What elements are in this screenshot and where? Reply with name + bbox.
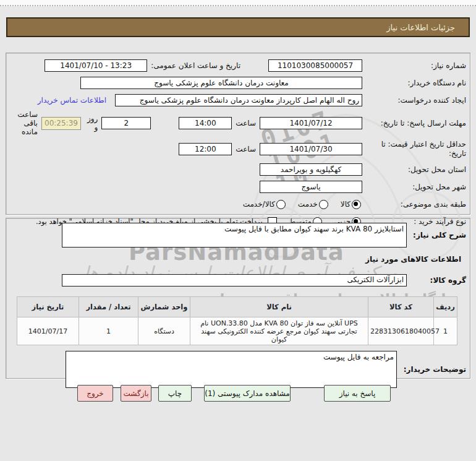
hours-remaining-label: ساعت باقی مانده [10,110,38,136]
days-remaining-field[interactable]: 2 [101,117,151,129]
province-label: استان محل تحویل: [362,165,466,174]
goods-group-row: گروه کالا: ابزارآلات الکتریکی [10,273,466,288]
service-radio[interactable] [319,200,328,209]
price-validity-time-field[interactable]: 12:00 [179,143,232,155]
col-row-index: ردیف [434,297,457,317]
goods-service-radio-label: کالا/خدمت [243,200,275,209]
price-validity-label: حداقل تاریخ اعتبار قیمت: تا تاریخ: [362,140,466,158]
countdown-timer: 00:25:39 [41,117,81,130]
service-radio-label: خدمت [298,200,318,209]
cell-need-date: 1401/07/17 [17,317,79,345]
city-field[interactable]: یاسوج [260,181,362,193]
col-need-date: تاریخ نیاز [17,297,79,317]
print-button[interactable]: چاپ [158,385,192,402]
col-item-name: نام کالا [190,297,368,317]
view-attachments-button[interactable]: مشاهده مدارک پیوستی (1) [204,385,291,402]
buyer-notes-textarea[interactable]: مراجعه به فایل پیوست [66,351,397,388]
province-row: استان محل تحویل: کهگیلویه و بویراحمد [10,162,466,177]
need-number-field[interactable]: 1101030085000057 [268,59,362,72]
action-buttons-row: پاسخ به نیاز مشاهده مدارک پیوستی (1) چاپ… [0,385,476,402]
reply-deadline-label: مهلت ارسال پاسخ: تا تاریخ: [362,119,466,128]
buyer-notes-row: توضیحات خریدار: مراجعه به فایل پیوست [10,350,466,389]
goods-group-label: گروه کالا: [407,276,466,285]
goods-group-field[interactable]: ابزارآلات الکتریکی [62,274,407,287]
province-field[interactable]: کهگیلویه و بویراحمد [260,163,362,176]
creator-field[interactable]: روح اله الهام اصل کارپرداز معاونت درمان … [115,94,362,106]
need-number-label: شماره نیاز: [362,61,466,71]
buyer-org-label: نام دستگاه خریدار: [362,79,466,88]
col-quantity: تعداد / مقدار [79,297,138,317]
page-title-bar: جزئیات اطلاعات نیاز [6,17,470,37]
price-validity-row: حداقل تاریخ اعتبار قیمت: تا تاریخ: 1401/… [10,139,466,160]
reply-time-field[interactable]: 14:00 [179,117,232,129]
creator-label: ایجاد کننده درخواست: [362,96,466,105]
buyer-org-row: نام دستگاه خریدار: معاونت درمان دانشگاه … [10,75,466,90]
price-validity-date-field[interactable]: 1401/07/30 [260,143,362,155]
announce-datetime-label: تاریخ و ساعت اعلان عمومی: [151,61,240,70]
cell-quantity: 1 [79,317,138,345]
goods-radio-label: کالا [341,200,351,209]
subject-class-row: طبقه بندی موضوعی: کالا خدمت کالا/خدمت [10,197,466,212]
goods-info-title-row: اطلاعات کالاهای مورد نیاز [10,252,466,267]
city-row: شهر محل تحویل: یاسوج [10,179,466,194]
need-info-panel: شماره نیاز: 1101030085000057 تاریخ و ساع… [6,53,470,215]
goods-table-row: 1 2283130618040057 UPS آنلاین سه فاز توا… [17,317,457,345]
goods-radio[interactable] [352,200,361,209]
price-validity-hour-label: ساعت [236,145,256,153]
overall-need-textarea[interactable]: استابلایزر KVA 80 برند سهند کیوان مطابق … [62,223,407,248]
goods-table-header-row: ردیف کد کالا نام کالا واحد شمارش تعداد /… [17,297,457,317]
cell-item-name: UPS آنلاین سه فاز توان KVA 80 مدل UON.33… [190,317,368,345]
announce-datetime-field[interactable]: 1401/07/10 - 13:23 [45,59,147,72]
need-number-row: شماره نیاز: 1101030085000057 تاریخ و ساع… [10,58,466,73]
buyer-org-field[interactable]: معاونت درمان دانشگاه علوم پزشکی یاسوج [80,77,362,89]
subject-class-label: طبقه بندی موضوعی: [362,200,466,209]
overall-need-label: شرح کلی نیاز: [407,231,466,240]
respond-to-need-button[interactable]: پاسخ به نیاز [324,385,391,402]
back-button[interactable]: بازگشت [121,385,151,402]
reply-deadline-row: مهلت ارسال پاسخ: تا تاریخ: 1401/07/12 سا… [10,110,466,136]
days-label: روز و [87,114,98,132]
goods-info-panel: شرح کلی نیاز: استابلایزر KVA 80 برند سهن… [6,218,470,379]
col-item-code: کد کالا [368,297,434,317]
reply-hour-label: ساعت [236,119,256,127]
buyer-notes-label: توضیحات خریدار: [397,365,466,374]
page-top-dotted-border [0,0,476,6]
cell-item-code: 2283130618040057 [368,317,434,345]
goods-table: ردیف کد کالا نام کالا واحد شمارش تعداد /… [17,296,457,345]
overall-need-row: شرح کلی نیاز: استابلایزر KVA 80 برند سهن… [10,222,466,248]
exit-button[interactable]: خروج [77,385,113,402]
cell-unit: دستگاه [138,317,190,345]
page-title: جزئیات اطلاعات نیاز [386,23,455,32]
creator-row: ایجاد کننده درخواست: روح اله الهام اصل ک… [10,93,466,108]
goods-info-title: اطلاعات کالاهای مورد نیاز [365,255,466,264]
reply-date-field[interactable]: 1401/07/12 [260,117,362,129]
goods-service-radio[interactable] [276,200,286,209]
col-unit: واحد شمارش [138,297,190,317]
buyer-contact-link[interactable]: اطلاعات تماس خریدار [38,96,106,105]
city-label: شهر محل تحویل: [362,183,466,192]
